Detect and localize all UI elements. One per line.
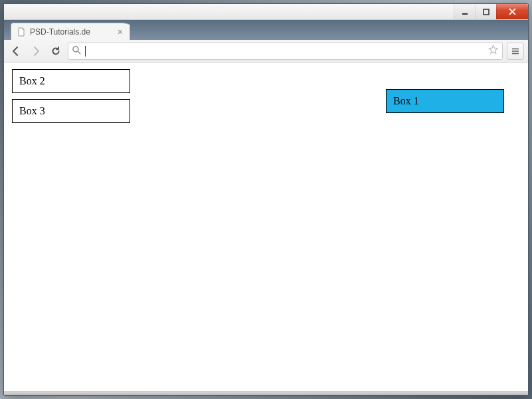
minimize-button[interactable] xyxy=(454,4,475,19)
tab-title: PSD-Tutorials.de xyxy=(30,27,90,37)
browser-window: PSD-Tutorials.de × Box 2 Box xyxy=(3,3,529,396)
toolbar xyxy=(4,40,528,63)
forward-button[interactable] xyxy=(28,43,44,59)
tab-close-icon[interactable]: × xyxy=(118,27,123,37)
bookmark-star-icon[interactable] xyxy=(488,45,498,57)
svg-point-4 xyxy=(73,47,78,52)
box-1: Box 1 xyxy=(386,89,504,113)
svg-rect-1 xyxy=(484,9,489,15)
reload-button[interactable] xyxy=(48,43,64,59)
text-cursor xyxy=(85,46,86,57)
url-input[interactable] xyxy=(90,43,484,59)
close-button[interactable] xyxy=(496,4,528,19)
page-viewport: Box 2 Box 3 Box 1 xyxy=(4,63,528,395)
svg-line-5 xyxy=(78,51,80,54)
back-button[interactable] xyxy=(8,43,24,59)
address-bar[interactable] xyxy=(68,43,503,60)
menu-button[interactable] xyxy=(507,43,524,60)
browser-tab[interactable]: PSD-Tutorials.de × xyxy=(11,23,130,40)
box-3: Box 3 xyxy=(12,99,130,123)
page-icon xyxy=(17,27,26,37)
window-titlebar xyxy=(4,4,528,20)
box-2: Box 2 xyxy=(12,69,130,93)
search-icon xyxy=(72,45,81,57)
tab-strip: PSD-Tutorials.de × xyxy=(4,20,528,40)
viewport-bottom-edge xyxy=(4,391,528,395)
maximize-button[interactable] xyxy=(475,4,496,19)
